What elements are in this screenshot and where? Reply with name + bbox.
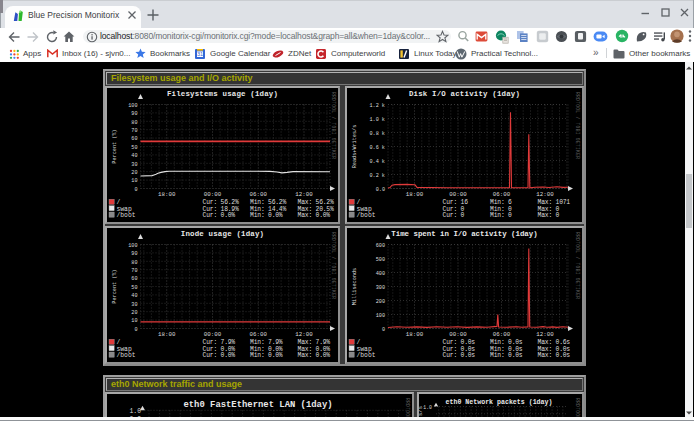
svg-text:Milliseconds: Milliseconds (352, 268, 358, 305)
svg-text:0.0: 0.0 (376, 187, 385, 193)
svg-text:Disk I/O activity (1day): Disk I/O activity (1day) (409, 90, 520, 98)
svg-text:/boot: /boot (117, 352, 136, 359)
svg-text:s/s: s/s (419, 406, 424, 416)
svg-text:Filesystems usage (1day): Filesystems usage (1day) (167, 90, 278, 98)
svg-text:12:00: 12:00 (295, 331, 313, 338)
svg-text:12:00: 12:00 (536, 191, 554, 198)
svg-text:0: 0 (134, 187, 137, 193)
svg-text:/boot: /boot (357, 212, 376, 219)
svg-text:0: 0 (134, 327, 137, 333)
svg-text:18:00: 18:00 (158, 331, 176, 338)
svg-text:0.2 k: 0.2 k (369, 173, 385, 179)
svg-text:100: 100 (128, 103, 137, 109)
svg-text:20: 20 (131, 170, 137, 176)
svg-text:Max: 0.0%: Max: 0.0% (298, 212, 331, 219)
svg-text:RRDTOOL / TOBI OETIKER: RRDTOOL / TOBI OETIKER (405, 398, 410, 419)
svg-text:Cur: 0.0s: Cur: 0.0s (443, 352, 476, 359)
svg-text:40: 40 (131, 293, 137, 299)
svg-text:06:00: 06:00 (493, 331, 511, 338)
svg-text:Min: 0.0s: Min: 0.0s (490, 352, 523, 359)
svg-text:100: 100 (128, 243, 137, 249)
svg-text:Max: 0: Max: 0 (538, 212, 560, 219)
svg-text:40: 40 (131, 153, 137, 159)
svg-text:10: 10 (131, 318, 137, 324)
svg-text:50: 50 (131, 285, 137, 291)
svg-text:10: 10 (131, 178, 137, 184)
svg-text:18:00: 18:00 (158, 191, 176, 198)
svg-text:Percent (%): Percent (%) (112, 129, 118, 163)
svg-text:0.8 k: 0.8 k (369, 131, 385, 137)
svg-text:18:00: 18:00 (406, 191, 424, 198)
svg-text:Max: 0.0%: Max: 0.0% (298, 352, 331, 359)
svg-text:00:00: 00:00 (449, 191, 467, 198)
svg-text:600: 600 (376, 243, 385, 249)
svg-text:RRDTOOL / TOBI OETIKER: RRDTOOL / TOBI OETIKER (575, 92, 580, 159)
svg-text:31: 31 (197, 51, 203, 57)
svg-text:eth0 Network packets (1day): eth0 Network packets (1day) (446, 399, 553, 406)
svg-text:/boot: /boot (357, 352, 376, 359)
svg-text:Min: 0.0%: Min: 0.0% (250, 352, 283, 359)
svg-text:00:00: 00:00 (449, 331, 467, 338)
svg-text:500: 500 (376, 257, 385, 263)
svg-text:Cur: 0.0%: Cur: 0.0% (203, 212, 236, 219)
svg-text:70: 70 (131, 268, 137, 274)
svg-text:/boot: /boot (117, 212, 136, 219)
svg-text:Time spent in I/O activity (1: Time spent in I/O activity (1day) (391, 230, 537, 238)
svg-text:06:00: 06:00 (493, 191, 511, 198)
svg-text:Min: 0.0%: Min: 0.0% (250, 212, 283, 219)
svg-text:06:00: 06:00 (250, 191, 268, 198)
svg-text:0.4 k: 0.4 k (369, 159, 385, 165)
svg-text:Cur: 0: Cur: 0 (443, 212, 465, 219)
svg-text:RRDTOOL / TOBI OETIKER: RRDTOOL / TOBI OETIKER (575, 398, 580, 419)
svg-text:12:00: 12:00 (536, 331, 554, 338)
svg-text:00:00: 00:00 (204, 331, 222, 338)
svg-text:12:00: 12:00 (295, 191, 313, 198)
svg-text:50: 50 (131, 145, 137, 151)
svg-text:Cur: 0.0%: Cur: 0.0% (203, 352, 236, 359)
svg-text:eth0 FastEthernet LAN (1day): eth0 FastEthernet LAN (1day) (183, 400, 332, 410)
svg-text:RRDTOOL / TOBI OETIKER: RRDTOOL / TOBI OETIKER (331, 232, 336, 299)
svg-text:RRDTOOL / TOBI OETIKER: RRDTOOL / TOBI OETIKER (575, 232, 580, 299)
svg-text:1.0: 1.0 (129, 408, 141, 415)
svg-text:100: 100 (376, 313, 385, 319)
svg-text:400: 400 (376, 271, 385, 277)
svg-text:0.6 k: 0.6 k (369, 145, 385, 151)
svg-text:RRDTOOL / TOBI OETIKER: RRDTOOL / TOBI OETIKER (331, 92, 336, 159)
svg-text:1.0 k: 1.0 k (369, 117, 385, 123)
svg-text:Max: 0.0s: Max: 0.0s (538, 352, 571, 359)
svg-text:60: 60 (131, 276, 137, 282)
svg-text:Inode usage (1day): Inode usage (1day) (181, 230, 264, 238)
svg-text:70: 70 (131, 128, 137, 134)
svg-text:06:00: 06:00 (250, 331, 268, 338)
svg-text:30: 30 (131, 162, 137, 168)
svg-text:20: 20 (131, 310, 137, 316)
svg-text:Min: 0: Min: 0 (490, 212, 512, 219)
svg-text:1.0: 1.0 (423, 405, 432, 410)
svg-text:90: 90 (131, 251, 137, 257)
svg-text:30: 30 (131, 302, 137, 308)
svg-text:300: 300 (376, 285, 385, 291)
svg-text:00:00: 00:00 (204, 191, 222, 198)
svg-text:80: 80 (131, 120, 137, 126)
svg-text:80: 80 (131, 260, 137, 266)
svg-text:60: 60 (131, 136, 137, 142)
svg-text:200: 200 (376, 299, 385, 305)
svg-text:90: 90 (131, 111, 137, 117)
svg-text:18:00: 18:00 (406, 331, 424, 338)
svg-text:Percent (%): Percent (%) (112, 269, 118, 303)
svg-text:0: 0 (382, 327, 385, 333)
svg-text:Reads+Writes/s: Reads+Writes/s (352, 125, 358, 169)
svg-text:1.2 k: 1.2 k (369, 103, 385, 109)
